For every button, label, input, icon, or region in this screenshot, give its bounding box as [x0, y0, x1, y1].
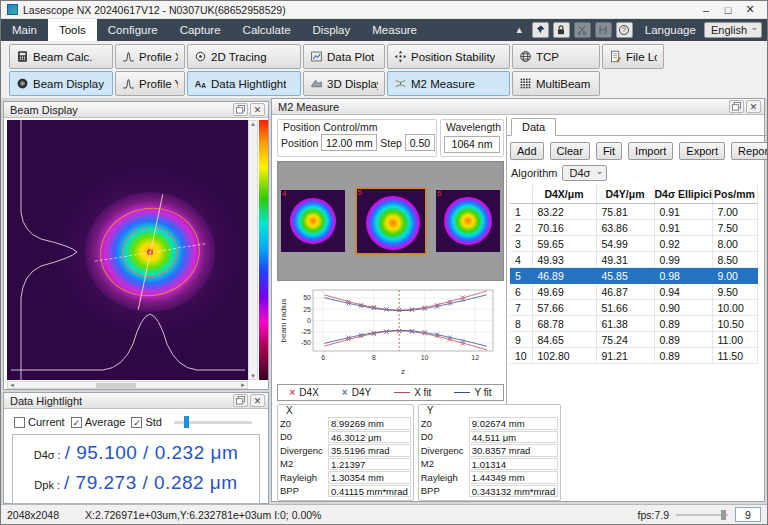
table-cell[interactable]: 75.24	[596, 332, 654, 348]
toolbar-button-position-stability[interactable]: Position Stability	[387, 44, 510, 69]
table-cell[interactable]: 49.93	[532, 252, 596, 268]
table-cell[interactable]: 46.89	[532, 268, 596, 284]
clear-button[interactable]: Clear	[550, 142, 590, 160]
table-cell[interactable]: 10.00	[712, 300, 757, 316]
table-cell[interactable]: 10	[510, 348, 532, 364]
table-cell[interactable]: 83.22	[532, 204, 596, 220]
menu-item-calculate[interactable]: Calculate	[232, 19, 302, 41]
close-icon[interactable]: ✕	[250, 103, 265, 116]
position-input[interactable]	[321, 134, 377, 151]
checkbox-box[interactable]	[14, 417, 25, 428]
toolbar-button-profile-y[interactable]: Profile Y	[115, 71, 185, 96]
menu-item-tools[interactable]: Tools	[48, 19, 97, 41]
close-icon[interactable]: ✕	[250, 394, 265, 407]
table-cell[interactable]: 61.38	[596, 316, 654, 332]
table-row-2[interactable]: 270.1663.860.917.50	[510, 220, 757, 236]
step-input[interactable]	[405, 134, 435, 151]
checkbox-current[interactable]: Current	[14, 416, 65, 428]
restore-icon[interactable]	[729, 100, 744, 113]
table-cell[interactable]: 63.86	[596, 220, 654, 236]
fit-button[interactable]: Fit	[596, 142, 622, 160]
table-cell[interactable]: 2	[510, 220, 532, 236]
table-cell[interactable]: 0.89	[654, 348, 712, 364]
beam-thumbnail-4[interactable]: 4	[281, 190, 345, 252]
beam-thumbnail-5[interactable]: 5	[355, 187, 427, 255]
table-cell[interactable]: 57.66	[532, 300, 596, 316]
table-cell[interactable]: 75.81	[596, 204, 654, 220]
algorithm-select[interactable]: D4σ	[562, 165, 607, 181]
table-row-7[interactable]: 757.6651.660.9010.00	[510, 300, 757, 316]
cut-icon[interactable]	[574, 22, 591, 38]
close-button[interactable]: ✕	[739, 3, 761, 16]
table-cell[interactable]: 4	[510, 252, 532, 268]
table-row-4[interactable]: 449.9349.310.998.50	[510, 252, 757, 268]
table-cell[interactable]: 49.69	[532, 284, 596, 300]
menu-item-display[interactable]: Display	[302, 19, 362, 41]
table-cell[interactable]: 9.50	[712, 284, 757, 300]
checkbox-box[interactable]: ✓	[71, 417, 82, 428]
toolbar-button-3d-display[interactable]: 3D Display	[303, 71, 385, 96]
table-cell[interactable]: 45.85	[596, 268, 654, 284]
table-row-1[interactable]: 183.2275.810.917.00	[510, 204, 757, 220]
maximize-button[interactable]: □	[717, 4, 739, 16]
table-cell[interactable]: 11.00	[712, 332, 757, 348]
restore-icon[interactable]	[233, 103, 248, 116]
toolbar-button-profile-x[interactable]: Profile X	[115, 44, 185, 69]
table-cell[interactable]: 3	[510, 236, 532, 252]
toolbar-button-multibeam[interactable]: MultiBeam	[512, 71, 600, 96]
menu-item-capture[interactable]: Capture	[169, 19, 232, 41]
toolbar-button-2d-tracing[interactable]: 2D Tracing	[187, 44, 301, 69]
minimize-button[interactable]: –	[695, 4, 717, 16]
table-cell[interactable]: 54.99	[596, 236, 654, 252]
table-cell[interactable]: 84.65	[532, 332, 596, 348]
checkbox-average[interactable]: ✓Average	[71, 416, 126, 428]
toolbar-button-data-plot[interactable]: Data Plot	[303, 44, 385, 69]
scrollbar-thumb[interactable]	[96, 383, 136, 388]
table-cell[interactable]: 8.50	[712, 252, 757, 268]
import-button[interactable]: Import	[628, 142, 673, 160]
table-cell[interactable]: 8	[510, 316, 532, 332]
table-row-9[interactable]: 984.6575.240.8911.00	[510, 332, 757, 348]
wavelength-input[interactable]	[444, 136, 500, 153]
table-cell[interactable]: 0.98	[654, 268, 712, 284]
table-row-6[interactable]: 649.6946.870.949.50	[510, 284, 757, 300]
table-cell[interactable]: 7.00	[712, 204, 757, 220]
beam-thumbnail-6[interactable]: 6	[436, 190, 500, 252]
checkbox-box[interactable]: ✓	[131, 417, 142, 428]
table-row-8[interactable]: 868.7861.380.8910.50	[510, 316, 757, 332]
table-cell[interactable]: 49.31	[596, 252, 654, 268]
slider-handle[interactable]	[184, 416, 189, 428]
table-cell[interactable]: 7.50	[712, 220, 757, 236]
menu-item-configure[interactable]: Configure	[97, 19, 169, 41]
toolbar-button-beam-calc[interactable]: Beam Calc.	[9, 44, 113, 69]
collapse-up-icon[interactable]: ▲	[511, 22, 528, 38]
table-cell[interactable]: 7	[510, 300, 532, 316]
table-cell[interactable]: 0.94	[654, 284, 712, 300]
highlight-zoom-slider[interactable]	[174, 416, 252, 428]
table-cell[interactable]: 102.80	[532, 348, 596, 364]
table-cell[interactable]: 46.87	[596, 284, 654, 300]
toolbar-button-data-hightlight[interactable]: AAData Hightlight	[187, 71, 301, 96]
toolbar-button-tcp[interactable]: TCP	[512, 44, 600, 69]
table-cell[interactable]: 10.50	[712, 316, 757, 332]
table-cell[interactable]: 1	[510, 204, 532, 220]
close-icon[interactable]: ✕	[746, 100, 761, 113]
tab-data[interactable]: Data	[511, 118, 556, 136]
table-cell[interactable]: 9	[510, 332, 532, 348]
table-cell[interactable]: 8.00	[712, 236, 757, 252]
report-button[interactable]: Report	[731, 142, 768, 160]
fps-slider[interactable]	[676, 509, 728, 521]
table-cell[interactable]: 51.66	[596, 300, 654, 316]
add-button[interactable]: Add	[510, 142, 544, 160]
toolbar-button-beam-display[interactable]: Beam Display	[9, 71, 113, 96]
table-cell[interactable]: 0.89	[654, 316, 712, 332]
table-cell[interactable]: 59.65	[532, 236, 596, 252]
fps-value-box[interactable]: 9	[735, 507, 761, 522]
table-cell[interactable]: 9.00	[712, 268, 757, 284]
pin-icon[interactable]	[532, 22, 549, 38]
table-cell[interactable]: 0.89	[654, 332, 712, 348]
vertical-scrollbar[interactable]: ▲▼	[248, 120, 258, 380]
table-cell[interactable]: 11.50	[712, 348, 757, 364]
language-select[interactable]: English	[704, 22, 762, 38]
table-cell[interactable]: 0.91	[654, 204, 712, 220]
